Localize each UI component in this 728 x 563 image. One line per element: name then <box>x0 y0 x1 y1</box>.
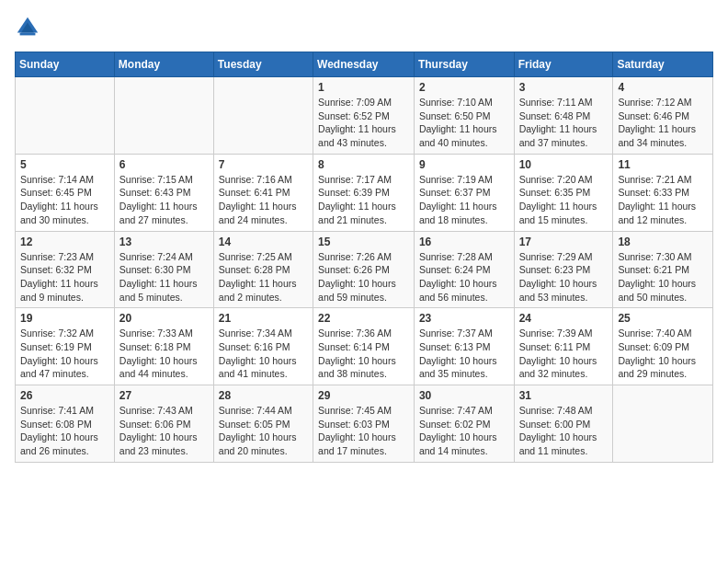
calendar-cell: 14Sunrise: 7:25 AM Sunset: 6:28 PM Dayli… <box>213 231 313 308</box>
day-number: 21 <box>219 312 308 325</box>
calendar-cell: 15Sunrise: 7:26 AM Sunset: 6:26 PM Dayli… <box>313 231 415 308</box>
calendar-cell: 16Sunrise: 7:28 AM Sunset: 6:24 PM Dayli… <box>414 231 514 308</box>
day-number: 23 <box>419 312 509 325</box>
day-info: Sunrise: 7:24 AM Sunset: 6:30 PM Dayligh… <box>119 250 209 304</box>
day-number: 19 <box>20 312 109 325</box>
calendar-body: 1Sunrise: 7:09 AM Sunset: 6:52 PM Daylig… <box>16 77 713 463</box>
weekday-header-saturday: Saturday <box>613 52 713 77</box>
calendar-cell: 30Sunrise: 7:47 AM Sunset: 6:02 PM Dayli… <box>414 385 514 463</box>
calendar-cell: 17Sunrise: 7:29 AM Sunset: 6:23 PM Dayli… <box>514 231 613 308</box>
svg-rect-2 <box>20 33 36 36</box>
day-number: 11 <box>618 158 708 171</box>
day-info: Sunrise: 7:30 AM Sunset: 6:21 PM Dayligh… <box>618 250 708 304</box>
day-info: Sunrise: 7:16 AM Sunset: 6:41 PM Dayligh… <box>219 173 308 227</box>
day-info: Sunrise: 7:19 AM Sunset: 6:37 PM Dayligh… <box>419 173 509 227</box>
day-number: 13 <box>119 236 209 248</box>
day-info: Sunrise: 7:11 AM Sunset: 6:48 PM Dayligh… <box>519 96 609 150</box>
day-number: 5 <box>20 158 109 171</box>
weekday-header-row: SundayMondayTuesdayWednesdayThursdayFrid… <box>16 52 713 77</box>
day-info: Sunrise: 7:47 AM Sunset: 6:02 PM Dayligh… <box>419 404 509 458</box>
day-info: Sunrise: 7:28 AM Sunset: 6:24 PM Dayligh… <box>419 250 509 304</box>
day-number: 16 <box>419 236 509 248</box>
calendar-cell: 1Sunrise: 7:09 AM Sunset: 6:52 PM Daylig… <box>313 77 415 155</box>
day-info: Sunrise: 7:39 AM Sunset: 6:11 PM Dayligh… <box>519 327 609 381</box>
day-info: Sunrise: 7:41 AM Sunset: 6:08 PM Dayligh… <box>20 404 109 458</box>
day-info: Sunrise: 7:20 AM Sunset: 6:35 PM Dayligh… <box>519 173 609 227</box>
day-number: 27 <box>119 389 209 402</box>
calendar-cell: 29Sunrise: 7:45 AM Sunset: 6:03 PM Dayli… <box>313 385 415 463</box>
day-info: Sunrise: 7:33 AM Sunset: 6:18 PM Dayligh… <box>119 327 209 381</box>
weekday-header-thursday: Thursday <box>414 52 514 77</box>
calendar-header: SundayMondayTuesdayWednesdayThursdayFrid… <box>16 52 713 77</box>
calendar-cell: 2Sunrise: 7:10 AM Sunset: 6:50 PM Daylig… <box>414 77 514 155</box>
day-info: Sunrise: 7:14 AM Sunset: 6:45 PM Dayligh… <box>20 173 109 227</box>
weekday-header-monday: Monday <box>114 52 213 77</box>
day-number: 4 <box>618 81 708 94</box>
day-number: 15 <box>318 236 409 248</box>
calendar-cell: 19Sunrise: 7:32 AM Sunset: 6:19 PM Dayli… <box>16 308 115 385</box>
day-number: 25 <box>618 312 708 325</box>
day-number: 10 <box>519 158 609 171</box>
calendar-cell <box>16 77 115 155</box>
day-info: Sunrise: 7:43 AM Sunset: 6:06 PM Dayligh… <box>119 404 209 458</box>
calendar-cell: 9Sunrise: 7:19 AM Sunset: 6:37 PM Daylig… <box>414 154 514 231</box>
day-info: Sunrise: 7:48 AM Sunset: 6:00 PM Dayligh… <box>519 404 609 458</box>
calendar-cell: 26Sunrise: 7:41 AM Sunset: 6:08 PM Dayli… <box>16 385 115 463</box>
day-info: Sunrise: 7:23 AM Sunset: 6:32 PM Dayligh… <box>20 250 109 304</box>
logo <box>15 15 44 40</box>
calendar-cell: 31Sunrise: 7:48 AM Sunset: 6:00 PM Dayli… <box>514 385 613 463</box>
calendar-week-row: 1Sunrise: 7:09 AM Sunset: 6:52 PM Daylig… <box>16 77 713 155</box>
calendar-week-row: 26Sunrise: 7:41 AM Sunset: 6:08 PM Dayli… <box>16 385 713 463</box>
day-number: 28 <box>219 389 308 402</box>
day-number: 22 <box>318 312 409 325</box>
calendar-cell: 11Sunrise: 7:21 AM Sunset: 6:33 PM Dayli… <box>613 154 713 231</box>
calendar-cell: 12Sunrise: 7:23 AM Sunset: 6:32 PM Dayli… <box>16 231 115 308</box>
day-info: Sunrise: 7:29 AM Sunset: 6:23 PM Dayligh… <box>519 250 609 304</box>
day-number: 30 <box>419 389 509 402</box>
calendar-week-row: 12Sunrise: 7:23 AM Sunset: 6:32 PM Dayli… <box>16 231 713 308</box>
day-number: 20 <box>119 312 209 325</box>
day-number: 14 <box>219 236 308 248</box>
day-info: Sunrise: 7:26 AM Sunset: 6:26 PM Dayligh… <box>318 250 409 304</box>
day-number: 12 <box>20 236 109 248</box>
day-info: Sunrise: 7:15 AM Sunset: 6:43 PM Dayligh… <box>119 173 209 227</box>
calendar-cell <box>613 385 713 463</box>
calendar-cell: 25Sunrise: 7:40 AM Sunset: 6:09 PM Dayli… <box>613 308 713 385</box>
day-number: 3 <box>519 81 609 94</box>
day-info: Sunrise: 7:36 AM Sunset: 6:14 PM Dayligh… <box>318 327 409 381</box>
calendar-cell: 10Sunrise: 7:20 AM Sunset: 6:35 PM Dayli… <box>514 154 613 231</box>
weekday-header-tuesday: Tuesday <box>213 52 313 77</box>
day-info: Sunrise: 7:21 AM Sunset: 6:33 PM Dayligh… <box>618 173 708 227</box>
calendar-cell <box>114 77 213 155</box>
page-header <box>15 15 713 40</box>
day-info: Sunrise: 7:45 AM Sunset: 6:03 PM Dayligh… <box>318 404 409 458</box>
day-number: 24 <box>519 312 609 325</box>
day-info: Sunrise: 7:12 AM Sunset: 6:46 PM Dayligh… <box>618 96 708 150</box>
day-info: Sunrise: 7:09 AM Sunset: 6:52 PM Dayligh… <box>318 96 409 150</box>
calendar-cell: 7Sunrise: 7:16 AM Sunset: 6:41 PM Daylig… <box>213 154 313 231</box>
day-number: 1 <box>318 81 409 94</box>
calendar-cell: 18Sunrise: 7:30 AM Sunset: 6:21 PM Dayli… <box>613 231 713 308</box>
day-info: Sunrise: 7:17 AM Sunset: 6:39 PM Dayligh… <box>318 173 409 227</box>
logo-icon <box>15 15 40 40</box>
calendar-cell: 27Sunrise: 7:43 AM Sunset: 6:06 PM Dayli… <box>114 385 213 463</box>
day-number: 7 <box>219 158 308 171</box>
calendar-cell: 22Sunrise: 7:36 AM Sunset: 6:14 PM Dayli… <box>313 308 415 385</box>
calendar-cell: 28Sunrise: 7:44 AM Sunset: 6:05 PM Dayli… <box>213 385 313 463</box>
day-number: 8 <box>318 158 409 171</box>
calendar-cell: 8Sunrise: 7:17 AM Sunset: 6:39 PM Daylig… <box>313 154 415 231</box>
calendar-table: SundayMondayTuesdayWednesdayThursdayFrid… <box>15 52 713 463</box>
weekday-header-wednesday: Wednesday <box>313 52 415 77</box>
day-number: 26 <box>20 389 109 402</box>
day-number: 6 <box>119 158 209 171</box>
calendar-week-row: 5Sunrise: 7:14 AM Sunset: 6:45 PM Daylig… <box>16 154 713 231</box>
calendar-cell: 21Sunrise: 7:34 AM Sunset: 6:16 PM Dayli… <box>213 308 313 385</box>
day-number: 9 <box>419 158 509 171</box>
weekday-header-friday: Friday <box>514 52 613 77</box>
day-info: Sunrise: 7:40 AM Sunset: 6:09 PM Dayligh… <box>618 327 708 381</box>
day-number: 29 <box>318 389 409 402</box>
day-number: 31 <box>519 389 609 402</box>
calendar-week-row: 19Sunrise: 7:32 AM Sunset: 6:19 PM Dayli… <box>16 308 713 385</box>
calendar-cell: 24Sunrise: 7:39 AM Sunset: 6:11 PM Dayli… <box>514 308 613 385</box>
day-info: Sunrise: 7:32 AM Sunset: 6:19 PM Dayligh… <box>20 327 109 381</box>
